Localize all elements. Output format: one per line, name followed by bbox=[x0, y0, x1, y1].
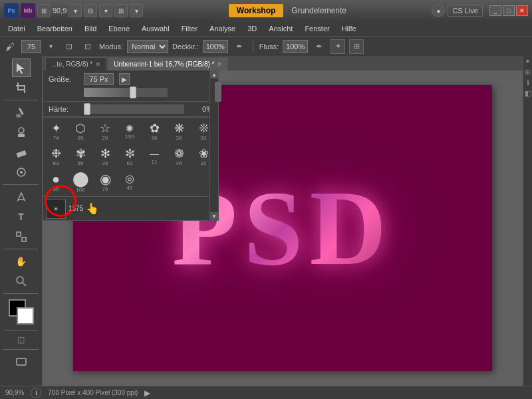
right-panel: ✦ ⊞ ℹ ◧ bbox=[523, 56, 532, 386]
brush-tool-icon[interactable]: 🖌 bbox=[3, 39, 17, 54]
icon-btn-3[interactable]: ▾ bbox=[99, 4, 112, 17]
maximize-button[interactable]: □ bbox=[503, 5, 515, 16]
brush-cell-4[interactable]: ✺ 192 bbox=[118, 119, 141, 144]
right-icon-2[interactable]: ⊞ bbox=[525, 68, 531, 76]
brush-cell-11[interactable]: ✼ 63 bbox=[118, 144, 141, 170]
deckkr-input[interactable] bbox=[203, 40, 228, 53]
size-value-input[interactable] bbox=[84, 73, 114, 85]
brush-icon-8: ❉ bbox=[51, 148, 61, 160]
deckkr-icon[interactable]: ✒ bbox=[232, 39, 247, 54]
right-icon-1[interactable]: ✦ bbox=[525, 57, 531, 66]
menu-auswahl[interactable]: Auswahl bbox=[136, 23, 175, 34]
airbrush-btn[interactable]: ✦ bbox=[331, 39, 345, 54]
brush-cell-2[interactable]: ⬡ 95 bbox=[69, 119, 92, 144]
brush-cell-5[interactable]: ✿ 36 bbox=[143, 119, 166, 144]
tool-brush[interactable] bbox=[12, 103, 31, 122]
tool-text[interactable]: T bbox=[12, 207, 31, 226]
circle-icon[interactable]: ● bbox=[432, 4, 445, 17]
fluss-icon[interactable]: ✒ bbox=[312, 39, 327, 54]
menu-analyse[interactable]: Analyse bbox=[204, 23, 241, 34]
brush-size-input[interactable] bbox=[21, 40, 41, 53]
brush-panel: Größe: ▶ Härte: bbox=[43, 70, 219, 221]
background-color[interactable] bbox=[17, 307, 34, 325]
menu-bild[interactable]: Bild bbox=[79, 23, 102, 34]
haerte-slider[interactable] bbox=[84, 104, 184, 114]
scroll-down-btn[interactable]: ▼ bbox=[210, 212, 218, 220]
brush-cell-9[interactable]: ✾ 66 bbox=[69, 144, 92, 170]
brush-icon-1: ✦ bbox=[51, 122, 61, 134]
scrollbar-thumb[interactable] bbox=[215, 82, 221, 102]
tab-2-close[interactable]: ✕ bbox=[217, 61, 222, 68]
menu-3d[interactable]: 3D bbox=[242, 23, 262, 34]
brush-cell-15[interactable]: ● 55 bbox=[45, 170, 67, 195]
brush-cell-6[interactable]: ❋ 36 bbox=[168, 119, 190, 144]
menu-bar: Datei Bearbeiten Bild Ebene Auswahl Filt… bbox=[0, 21, 532, 36]
tab-1-close[interactable]: ✕ bbox=[95, 61, 100, 68]
minimize-button[interactable]: _ bbox=[489, 5, 501, 16]
brush-cell-8[interactable]: ❉ 63 bbox=[45, 144, 67, 170]
menu-bearbeiten[interactable]: Bearbeiten bbox=[32, 23, 78, 34]
brush-cell-12[interactable]: — 11 bbox=[143, 144, 166, 170]
main-area: T ✋ ◫ ...te, RGB/8) * ✕ Unb bbox=[0, 56, 532, 386]
tool-selection[interactable] bbox=[12, 59, 31, 77]
menu-datei[interactable]: Datei bbox=[3, 23, 31, 34]
icon-btn-5[interactable]: ▾ bbox=[130, 4, 143, 17]
tool-zoom[interactable] bbox=[12, 272, 31, 291]
zoom-dropdown[interactable]: ▾ bbox=[68, 4, 82, 17]
screen-mode-btn[interactable] bbox=[12, 352, 31, 371]
brush-cell-16[interactable]: ⬤ 100 bbox=[69, 170, 92, 195]
brush-cell-17[interactable]: ◉ 75 bbox=[94, 170, 116, 195]
status-nav-arrow[interactable]: ▶ bbox=[144, 388, 150, 398]
tab-1[interactable]: ...te, RGB/8) * ✕ bbox=[45, 57, 106, 70]
tool-icon-3[interactable]: ⊡ bbox=[80, 39, 95, 54]
brush-num-12: 11 bbox=[152, 159, 158, 165]
tool-blur[interactable] bbox=[12, 163, 31, 182]
svg-rect-16 bbox=[17, 358, 26, 365]
brush-icon-6: ❋ bbox=[174, 122, 184, 134]
right-icon-3[interactable]: ℹ bbox=[527, 78, 529, 87]
tool-hand[interactable]: ✋ bbox=[12, 252, 31, 271]
close-button[interactable]: ✕ bbox=[516, 5, 528, 16]
brush-cell-1[interactable]: ✦ 74 bbox=[45, 119, 67, 144]
menu-hilfe[interactable]: Hilfe bbox=[336, 23, 362, 34]
tool-crop[interactable] bbox=[12, 78, 31, 97]
brush-cell-3[interactable]: ☆ 29 bbox=[94, 119, 116, 144]
size-slider[interactable] bbox=[84, 88, 168, 97]
right-icon-4[interactable]: ◧ bbox=[525, 89, 531, 98]
fluss-input[interactable] bbox=[283, 40, 308, 53]
modus-select[interactable]: Normal bbox=[127, 40, 168, 53]
tab-2[interactable]: Unbenannt-1 bei 16,7% (RGB/8) * ✕ bbox=[108, 57, 228, 70]
scroll-up-btn[interactable]: ▲ bbox=[210, 70, 218, 78]
zoom-display: 90,9 bbox=[53, 7, 66, 15]
menu-filter[interactable]: Filter bbox=[176, 23, 203, 34]
brush-cell-18[interactable]: ◎ 45 bbox=[118, 170, 141, 195]
tool-eraser[interactable] bbox=[12, 143, 31, 162]
tool-stamp[interactable] bbox=[12, 123, 31, 142]
tablet-btn[interactable]: ⊞ bbox=[349, 39, 364, 54]
brush-cell-13[interactable]: ❁ 46 bbox=[168, 144, 190, 170]
brush-num-15: 55 bbox=[53, 186, 59, 192]
tool-pen[interactable] bbox=[12, 188, 31, 206]
modus-label: Modus: bbox=[99, 43, 123, 51]
menu-ansicht[interactable]: Ansicht bbox=[263, 23, 298, 34]
menu-fenster[interactable]: Fenster bbox=[299, 23, 334, 34]
tool-path[interactable] bbox=[12, 227, 31, 246]
icon-btn-4[interactable]: ⊞ bbox=[114, 4, 128, 17]
brush-cell-10[interactable]: ✻ 39 bbox=[94, 144, 116, 170]
quick-mask-btn[interactable]: ◫ bbox=[12, 333, 31, 346]
menu-ebene[interactable]: Ebene bbox=[103, 23, 135, 34]
canvas-container: Größe: ▶ Härte: bbox=[43, 70, 523, 386]
brush-num-14: 32 bbox=[201, 160, 207, 166]
brush-icon-3: ☆ bbox=[100, 122, 110, 134]
icon-btn-2[interactable]: ⊟ bbox=[84, 4, 97, 17]
brush-icon-15: ● bbox=[52, 172, 60, 186]
status-icon[interactable]: ℹ bbox=[31, 388, 41, 398]
status-zoom: 90,9% bbox=[5, 389, 24, 396]
size-arrow-btn[interactable]: ▶ bbox=[119, 73, 130, 85]
tool-icon-2[interactable]: ⊡ bbox=[62, 39, 76, 54]
svg-rect-8 bbox=[18, 134, 25, 137]
icon-btn-1[interactable]: ⊞ bbox=[37, 4, 51, 17]
size-dropdown-icon[interactable]: ▾ bbox=[43, 39, 58, 54]
cs-live-label[interactable]: CS Live bbox=[448, 5, 483, 17]
workshop-button[interactable]: Workshop bbox=[229, 4, 283, 17]
